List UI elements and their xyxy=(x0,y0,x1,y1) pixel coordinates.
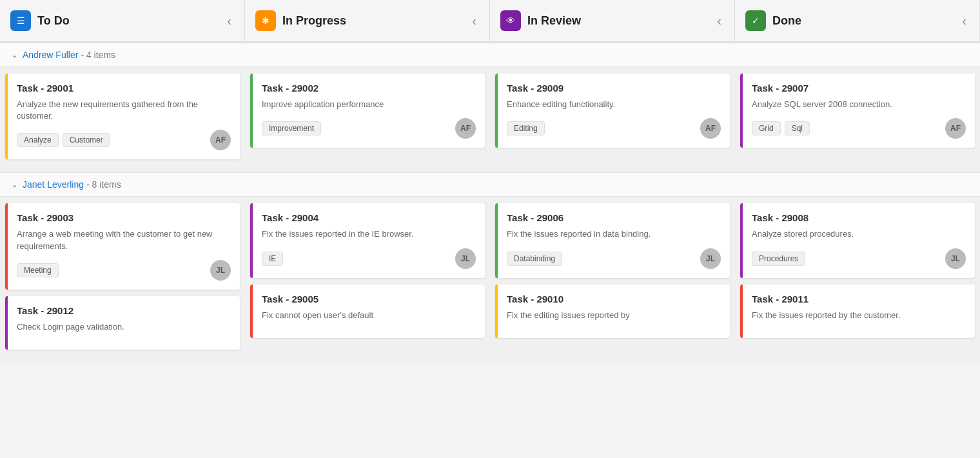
swimlane-header-janet: ⌄Janet Leverling - 8 items xyxy=(0,172,980,197)
swimlane-header-andrew: ⌄Andrew Fuller - 4 items xyxy=(0,43,980,67)
card-title: Task - 29003 xyxy=(17,212,231,223)
card-tags: IE xyxy=(262,252,283,266)
column-title-todo: To Do xyxy=(37,14,224,28)
avatar: JL xyxy=(210,260,231,281)
card-title: Task - 29007 xyxy=(752,83,966,94)
collapse-button-inprogress[interactable]: ‹ xyxy=(469,11,479,31)
column-header-done: ✓ Done ‹ xyxy=(735,0,980,41)
column-headers: ☰ To Do ‹ ✱ In Progress ‹ 👁 In Review ‹ … xyxy=(0,0,980,43)
card-desc: Arrange a web meeting with the customer … xyxy=(17,228,231,252)
card-desc: Fix cannot open user's default xyxy=(262,310,476,321)
column-title-inprogress: In Progress xyxy=(282,14,469,28)
card-29005[interactable]: Task - 29005 Fix cannot open user's defa… xyxy=(250,284,485,338)
card-tags: GridSql xyxy=(752,121,810,135)
card-footer: Improvement AF xyxy=(262,118,476,139)
cards-cell-andrew-todo: Task - 29001 Analyze the new requirement… xyxy=(0,74,245,166)
column-header-inprogress: ✱ In Progress ‹ xyxy=(245,0,490,41)
card-desc: Enhance editing functionality. xyxy=(507,99,721,110)
tag: Customer xyxy=(63,133,110,147)
card-tags: Editing xyxy=(507,121,545,135)
card-29008[interactable]: Task - 29008 Analyze stored procedures. … xyxy=(740,203,975,277)
card-29004[interactable]: Task - 29004 Fix the issues reported in … xyxy=(250,203,485,277)
tag: Meeting xyxy=(17,263,59,277)
lane-count: - 8 items xyxy=(86,179,121,190)
tag: IE xyxy=(262,252,283,266)
card-29012[interactable]: Task - 29012 Check Login page validation… xyxy=(5,296,240,350)
card-title: Task - 29012 xyxy=(17,305,231,316)
card-29003[interactable]: Task - 29003 Arrange a web meeting with … xyxy=(5,203,240,289)
column-icon-inprogress: ✱ xyxy=(255,10,276,31)
card-title: Task - 29001 xyxy=(17,83,231,94)
card-29007[interactable]: Task - 29007 Analyze SQL server 2008 con… xyxy=(740,74,975,148)
cards-cell-janet-todo: Task - 29003 Arrange a web meeting with … xyxy=(0,203,245,356)
card-desc: Fix the issues reported in data binding. xyxy=(507,228,721,240)
lane-count: - 4 items xyxy=(81,50,115,60)
card-title: Task - 29009 xyxy=(507,83,721,94)
card-desc: Check Login page validation. xyxy=(17,321,231,333)
board-body[interactable]: ⌄Andrew Fuller - 4 items Task - 29001 An… xyxy=(0,43,980,458)
card-desc: Analyze SQL server 2008 connection. xyxy=(752,99,966,110)
card-tags: Improvement xyxy=(262,121,321,135)
cards-row-andrew: Task - 29001 Analyze the new requirement… xyxy=(0,67,980,172)
card-29006[interactable]: Task - 29006 Fix the issues reported in … xyxy=(495,203,730,277)
card-title: Task - 29005 xyxy=(262,294,476,304)
card-desc: Analyze stored procedures. xyxy=(752,228,966,240)
tag: Editing xyxy=(507,121,545,135)
card-footer: Procedures JL xyxy=(752,248,966,269)
collapse-button-done[interactable]: ‹ xyxy=(959,11,969,31)
column-header-inreview: 👁 In Review ‹ xyxy=(490,0,735,41)
avatar: JL xyxy=(945,248,966,269)
kanban-board: ☰ To Do ‹ ✱ In Progress ‹ 👁 In Review ‹ … xyxy=(0,0,980,458)
card-title: Task - 29010 xyxy=(507,294,721,304)
card-desc: Improve application performance xyxy=(262,99,476,110)
card-title: Task - 29006 xyxy=(507,212,721,223)
card-desc: Fix the issues reported in the IE browse… xyxy=(262,228,476,240)
cards-row-janet: Task - 29003 Arrange a web meeting with … xyxy=(0,197,980,363)
card-footer: AnalyzeCustomer AF xyxy=(17,130,231,150)
column-icon-done: ✓ xyxy=(745,10,766,31)
tag: Procedures xyxy=(752,252,805,266)
card-desc: Fix the editing issues reported by xyxy=(507,310,721,321)
card-tags: AnalyzeCustomer xyxy=(17,133,110,147)
avatar: AF xyxy=(455,118,476,139)
column-icon-todo: ☰ xyxy=(10,10,31,31)
card-29001[interactable]: Task - 29001 Analyze the new requirement… xyxy=(5,74,240,159)
chevron-icon: ⌄ xyxy=(12,181,17,189)
column-title-done: Done xyxy=(772,14,959,28)
card-29002[interactable]: Task - 29002 Improve application perform… xyxy=(250,74,485,148)
card-title: Task - 29011 xyxy=(752,294,966,304)
cards-cell-janet-inprogress: Task - 29004 Fix the issues reported in … xyxy=(245,203,490,356)
card-desc: Analyze the new requirements gathered fr… xyxy=(17,99,231,122)
avatar: JL xyxy=(455,248,476,269)
card-footer: IE JL xyxy=(262,248,476,269)
tag: Grid xyxy=(752,121,781,135)
card-footer: Editing AF xyxy=(507,118,721,139)
column-title-inreview: In Review xyxy=(527,14,714,28)
swimlane-label-andrew[interactable]: ⌄Andrew Fuller - 4 items xyxy=(0,43,980,66)
card-title: Task - 29004 xyxy=(262,212,476,223)
card-tags: Procedures xyxy=(752,252,805,266)
cards-cell-janet-done: Task - 29008 Analyze stored procedures. … xyxy=(735,203,980,356)
card-footer: Databinding JL xyxy=(507,248,721,269)
cards-cell-andrew-inreview: Task - 29009 Enhance editing functionali… xyxy=(490,74,735,166)
swimlane-label-janet[interactable]: ⌄Janet Leverling - 8 items xyxy=(0,173,980,196)
card-tags: Meeting xyxy=(17,263,59,277)
chevron-icon: ⌄ xyxy=(12,51,17,59)
cards-cell-andrew-inprogress: Task - 29002 Improve application perform… xyxy=(245,74,490,166)
card-29009[interactable]: Task - 29009 Enhance editing functionali… xyxy=(495,74,730,148)
card-title: Task - 29002 xyxy=(262,83,476,94)
card-29010[interactable]: Task - 29010 Fix the editing issues repo… xyxy=(495,284,730,338)
card-tags: Databinding xyxy=(507,252,562,266)
card-title: Task - 29008 xyxy=(752,212,966,223)
avatar: AF xyxy=(210,130,231,150)
collapse-button-inreview[interactable]: ‹ xyxy=(714,11,724,31)
collapse-button-todo[interactable]: ‹ xyxy=(224,11,234,31)
card-footer: Meeting JL xyxy=(17,260,231,281)
column-header-todo: ☰ To Do ‹ xyxy=(0,0,245,41)
lane-name: Janet Leverling xyxy=(23,179,84,190)
avatar: AF xyxy=(700,118,721,139)
avatar: JL xyxy=(700,248,721,269)
card-29011[interactable]: Task - 29011 Fix the issues reported by … xyxy=(740,284,975,338)
tag: Improvement xyxy=(262,121,321,135)
card-footer: GridSql AF xyxy=(752,118,966,139)
